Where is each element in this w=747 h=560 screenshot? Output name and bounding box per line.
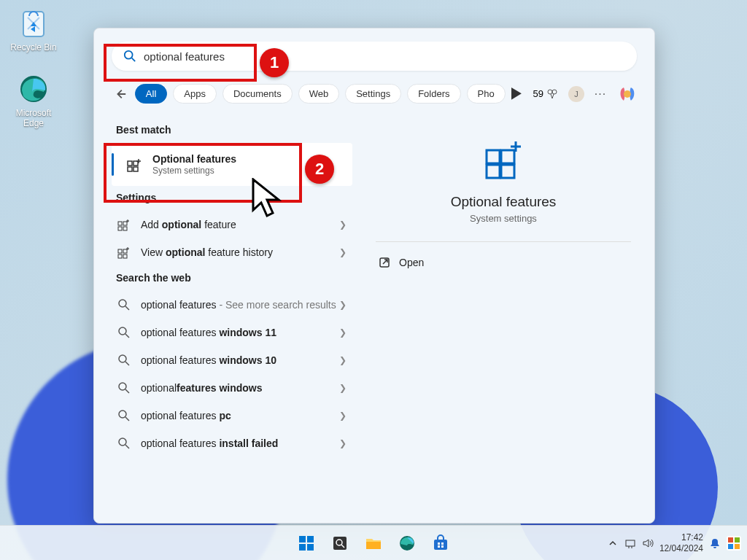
- filter-settings[interactable]: Settings: [345, 84, 401, 104]
- svg-rect-40: [333, 537, 347, 550]
- chevron-right-icon: ❯: [339, 438, 347, 448]
- desktop-icon-edge[interactable]: Microsoft Edge: [6, 73, 61, 128]
- copilot-icon[interactable]: [618, 85, 637, 104]
- search-icon: [117, 326, 131, 339]
- svg-point-29: [119, 438, 126, 446]
- svg-line-24: [125, 362, 129, 365]
- svg-rect-43: [366, 542, 381, 549]
- search-input[interactable]: [144, 50, 625, 63]
- svg-rect-49: [441, 545, 444, 548]
- search-icon: [123, 50, 136, 63]
- filter-photos[interactable]: Pho: [467, 84, 506, 104]
- taskbar-edge[interactable]: [392, 529, 422, 558]
- search-icon: [117, 298, 131, 311]
- user-avatar[interactable]: J: [568, 86, 584, 102]
- svg-point-4: [548, 90, 552, 94]
- svg-rect-47: [441, 542, 444, 545]
- svg-rect-18: [123, 249, 127, 253]
- web-result[interactable]: optional features windows 11 ❯: [112, 319, 352, 346]
- settings-result-add[interactable]: Add optional feature ❯: [112, 211, 352, 238]
- tray-app-icon[interactable]: [727, 536, 741, 551]
- svg-rect-16: [118, 254, 122, 258]
- svg-rect-7: [128, 161, 132, 166]
- start-button[interactable]: [292, 529, 321, 558]
- section-web: Search the web: [116, 272, 352, 284]
- svg-line-3: [132, 58, 136, 62]
- network-icon[interactable]: [624, 537, 636, 549]
- svg-line-30: [125, 445, 129, 448]
- search-bar[interactable]: [112, 42, 637, 71]
- svg-rect-48: [438, 545, 440, 548]
- filter-apps[interactable]: Apps: [173, 84, 217, 104]
- notifications-icon[interactable]: [709, 537, 721, 549]
- svg-line-28: [125, 417, 129, 421]
- rewards-indicator[interactable]: 59: [533, 88, 558, 100]
- web-result[interactable]: optionalfeatures windows ❯: [112, 374, 352, 402]
- section-best-match: Best match: [116, 124, 352, 136]
- filter-documents[interactable]: Documents: [222, 84, 293, 104]
- taskbar-store[interactable]: [426, 529, 455, 558]
- next-filter-icon[interactable]: [511, 88, 522, 100]
- svg-rect-34: [501, 150, 514, 163]
- svg-point-25: [119, 383, 126, 390]
- best-match-title: Optional features: [152, 153, 236, 165]
- chevron-right-icon: ❯: [339, 247, 347, 257]
- svg-line-20: [125, 306, 129, 310]
- annotation-badge-2: 2: [305, 155, 334, 184]
- svg-point-2: [125, 51, 133, 59]
- search-icon: [117, 437, 131, 450]
- chevron-right-icon: ❯: [339, 411, 347, 421]
- preview-action-open[interactable]: Open: [376, 251, 631, 274]
- filter-web[interactable]: Web: [298, 84, 340, 104]
- search-icon: [117, 354, 131, 367]
- svg-rect-33: [501, 165, 514, 178]
- svg-rect-38: [299, 544, 306, 551]
- more-options[interactable]: ···: [595, 88, 606, 101]
- svg-rect-15: [118, 249, 122, 253]
- taskbar-clock[interactable]: 17:42 12/04/2024: [659, 532, 703, 553]
- annotation-badge-1: 1: [260, 48, 289, 77]
- svg-rect-57: [735, 544, 740, 549]
- svg-rect-12: [118, 227, 122, 230]
- filter-folders[interactable]: Folders: [407, 84, 460, 104]
- filter-row: All Apps Documents Web Settings Folders …: [94, 81, 654, 112]
- search-icon: [117, 409, 131, 422]
- svg-rect-37: [307, 536, 314, 542]
- chevron-right-icon: ❯: [339, 219, 347, 230]
- section-settings: Settings: [116, 192, 352, 203]
- filter-all[interactable]: All: [135, 84, 167, 104]
- taskbar: 17:42 12/04/2024: [0, 525, 747, 560]
- svg-rect-46: [438, 542, 440, 545]
- svg-rect-8: [128, 167, 132, 171]
- desktop-icon-recycle-bin[interactable]: Recycle Bin: [6, 7, 61, 52]
- svg-rect-11: [118, 222, 122, 225]
- svg-rect-17: [123, 254, 127, 258]
- apps-grid-icon: [117, 218, 131, 231]
- svg-point-27: [119, 411, 126, 418]
- taskbar-explorer[interactable]: [359, 529, 388, 558]
- web-result[interactable]: optional features - See more search resu…: [112, 291, 352, 319]
- desktop-icon-label: Recycle Bin: [10, 42, 56, 52]
- chevron-right-icon: ❯: [339, 327, 347, 338]
- svg-rect-31: [487, 150, 500, 163]
- svg-rect-10: [133, 161, 138, 166]
- svg-point-23: [119, 355, 126, 362]
- web-result[interactable]: optional features windows 10 ❯: [112, 346, 352, 374]
- web-result[interactable]: optional features pc ❯: [112, 402, 352, 429]
- svg-rect-9: [133, 167, 138, 171]
- recycle-bin-icon: [18, 7, 50, 39]
- web-result[interactable]: optional features install failed ❯: [112, 429, 352, 457]
- taskbar-search[interactable]: [325, 529, 355, 558]
- back-arrow-icon: [114, 88, 127, 101]
- svg-point-19: [119, 300, 126, 307]
- chevron-right-icon: ❯: [339, 355, 347, 365]
- preview-title: Optional features: [376, 194, 631, 210]
- chevron-right-icon: ❯: [339, 300, 347, 310]
- chevron-right-icon: ❯: [339, 383, 347, 393]
- search-panel: All Apps Documents Web Settings Folders …: [93, 28, 655, 524]
- back-button[interactable]: [112, 85, 129, 103]
- chevron-up-icon[interactable]: [607, 537, 619, 549]
- svg-rect-54: [728, 537, 733, 542]
- settings-result-history[interactable]: View optional feature history ❯: [112, 238, 352, 266]
- volume-icon[interactable]: [642, 537, 654, 549]
